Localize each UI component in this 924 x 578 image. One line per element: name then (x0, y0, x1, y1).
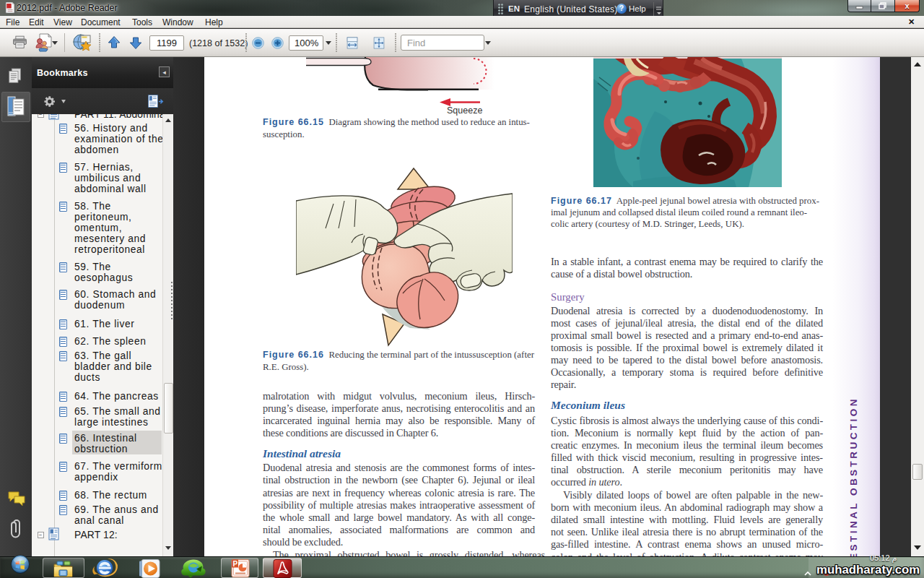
svg-text:P: P (233, 560, 238, 568)
